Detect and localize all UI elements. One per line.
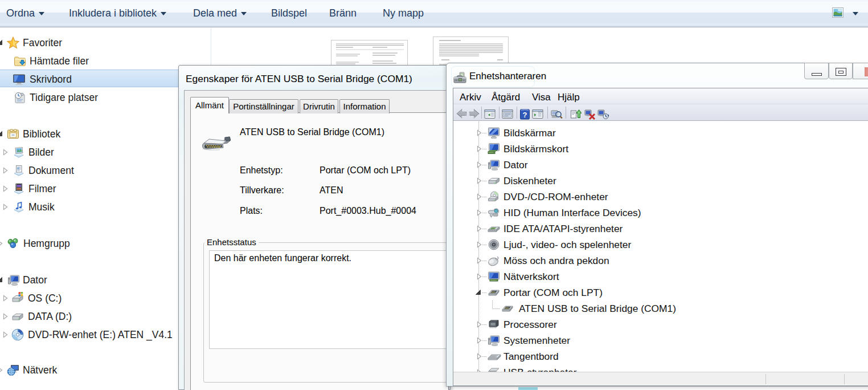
svg-text:?: ? [523,111,527,119]
